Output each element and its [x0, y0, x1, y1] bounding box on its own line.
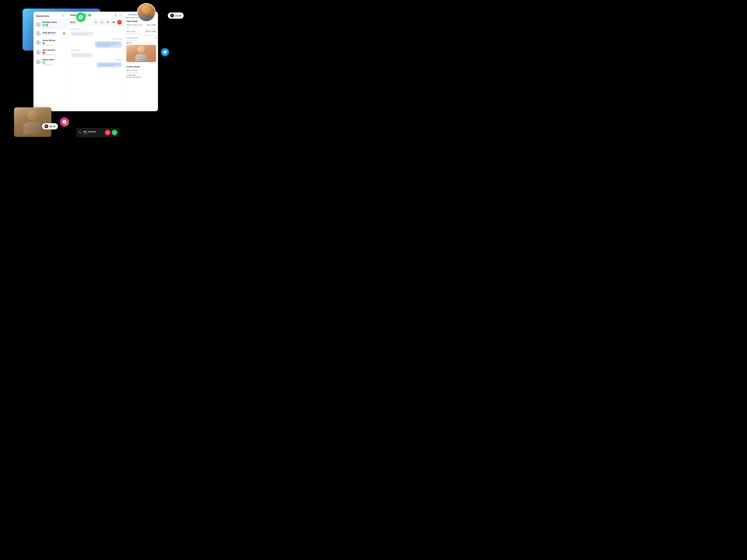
video-card-inner: [14, 107, 51, 137]
value-section-title: Value details: [126, 20, 156, 22]
message-group-1: 10 minutes ago: [70, 28, 122, 36]
contact-avatar-brooklyn: [36, 22, 41, 27]
message-bubble-outgoing-1: [95, 41, 122, 48]
contact-avatar-arlene: [36, 40, 41, 45]
mute-button[interactable]: [99, 20, 104, 25]
twitter-channel-icon: [43, 42, 45, 45]
contact-item-chloe[interactable]: Chloe Smith: [33, 57, 68, 67]
contact-name-chloe: Chloe Smith: [43, 59, 66, 61]
floating-video-timer: 02:25: [42, 123, 58, 129]
notif-caller-name: Ben Johnson: [83, 131, 103, 133]
contact-item-arlene[interactable]: Arlene McCoy: [33, 38, 68, 48]
contact-preview-sam: [43, 55, 66, 55]
contact-info-phone: (704) 555-0127: [43, 32, 66, 35]
messages-area: 10 minutes ago 2 minutes ago 2 minutes a…: [68, 26, 124, 111]
twitter-floating-icon: [161, 48, 169, 56]
main-panel: Interactions + Brooklyn Henry: [33, 12, 158, 111]
agent-photo: [126, 45, 156, 62]
whatsapp-floating-icon: [76, 12, 85, 22]
interactions-sidebar: Interactions + Brooklyn Henry: [33, 12, 68, 111]
folder-button[interactable]: [111, 20, 116, 25]
product-name[interactable]: Virgo 22 10 RX: [126, 37, 138, 39]
agent-photo-inner: [126, 45, 156, 62]
amount-value: $1743: [126, 42, 131, 44]
floating-call-timer: 01:34: [168, 12, 184, 19]
contact-preview-chloe: [43, 64, 66, 65]
contact-name-sam: Sam Johnson: [43, 49, 66, 51]
chat-header-icons: [114, 14, 122, 17]
message-bubble-outgoing-2: [96, 62, 122, 68]
svg-rect-0: [43, 52, 44, 54]
call-bar: 00:21: [68, 19, 124, 26]
product-row: Virgo 22 10 RX 0: [126, 37, 156, 39]
video-timer-display: 02:25: [50, 125, 55, 128]
date2-label: Nov 4, 2021: [126, 30, 135, 32]
contact-name-phone: (704) 555-0127: [43, 32, 66, 34]
reject-call-button[interactable]: [105, 130, 110, 135]
contact-section-title: Contact details: [126, 65, 156, 68]
notif-buttons: [105, 130, 117, 135]
timestamp-3: 2 minutes ago: [70, 49, 122, 51]
contact-channels-chloe: [43, 61, 66, 64]
date-row: Nov 4, 2021 Nov 12, 2021: [126, 30, 156, 32]
add-participant-button[interactable]: [105, 20, 110, 25]
contact-channels-brooklyn: [43, 24, 66, 26]
phone-row: (800) 373-3411: [126, 70, 156, 71]
woman-avatar-inner: [137, 4, 155, 21]
address-row: 9 Regina Rd Boston, MA, 02124: [126, 74, 156, 78]
contact-channels-arlene: [43, 42, 66, 45]
contact-city: Boston, MA, 02124: [126, 76, 156, 78]
message-bubble-incoming-2: [70, 53, 94, 58]
phone-timer-icon: [170, 14, 174, 18]
call-notification: Ben Johnson Sales: [76, 128, 120, 137]
notif-phone-icon: [79, 131, 81, 134]
sidebar-title: Interactions: [36, 15, 49, 17]
end-call-button[interactable]: [117, 20, 122, 25]
accept-call-button[interactable]: [112, 130, 117, 135]
timestamp-2: 2 minutes ago: [112, 38, 122, 40]
add-contact-button[interactable]: +: [61, 14, 65, 18]
video-timer-icon: [45, 125, 48, 128]
contact-item-brooklyn[interactable]: Brooklyn Henry: [33, 20, 68, 29]
notif-caller-sub: Sales: [83, 133, 103, 135]
contact-info-arlene: Arlene McCoy: [43, 39, 66, 46]
svg-point-1: [44, 53, 44, 53]
contact-preview-brooklyn: [43, 27, 66, 28]
notif-info: Ben Johnson Sales: [83, 131, 103, 135]
contact-name-brooklyn: Brooklyn Henry: [43, 21, 66, 23]
plan-price: $64 / month: [133, 24, 143, 26]
woman-avatar: [137, 3, 156, 22]
contact-avatar-chloe: [36, 59, 41, 64]
contact-preview-arlene: [43, 45, 66, 46]
contact-channels-sam: [43, 52, 66, 54]
book-icon[interactable]: [114, 14, 117, 17]
transfer-icon[interactable]: [119, 14, 122, 17]
call-timer: 00:21: [70, 21, 75, 24]
call-timer-display: 01:34: [175, 14, 181, 17]
date1-value: Nov 4, 2021: [147, 24, 156, 26]
date3-value: Nov 12, 2021: [146, 30, 156, 32]
whatsapp-channel-icon: [43, 24, 45, 26]
section-divider: [126, 64, 156, 64]
contact-avatar-phone: [36, 31, 41, 36]
message-group-3: 2 minutes ago: [70, 49, 122, 58]
contact-name-arlene: Arlene McCoy: [43, 39, 66, 42]
contact-address: 9 Regina Rd: [126, 74, 156, 76]
video-card: [14, 107, 51, 137]
contact-list: Brooklyn Henry: [33, 20, 68, 111]
timestamp-4: Just now: [116, 59, 122, 61]
pause-button[interactable]: [94, 20, 98, 25]
contact-item-phone[interactable]: (704) 555-0127 4: [33, 29, 68, 38]
contact-preview-phone: [43, 34, 66, 35]
message-group-2: 2 minutes ago: [70, 38, 122, 48]
instagram-channel-icon: [43, 52, 45, 54]
message-group-4: Just now: [70, 59, 122, 68]
phone-channel-icon: [46, 24, 48, 26]
plan-label: Platinum $64 / month: [126, 24, 143, 26]
details-content: Value details Platinum $64 / month Nov 4…: [125, 18, 158, 111]
plan-row: Platinum $64 / month Nov 4, 2021: [126, 24, 156, 26]
contact-item-sam[interactable]: Sam Johnson: [33, 48, 68, 57]
contact-phone[interactable]: (800) 373-3411: [126, 70, 138, 71]
sidebar-header: Interactions +: [33, 12, 68, 20]
contact-info-sam: Sam Johnson: [43, 49, 66, 55]
